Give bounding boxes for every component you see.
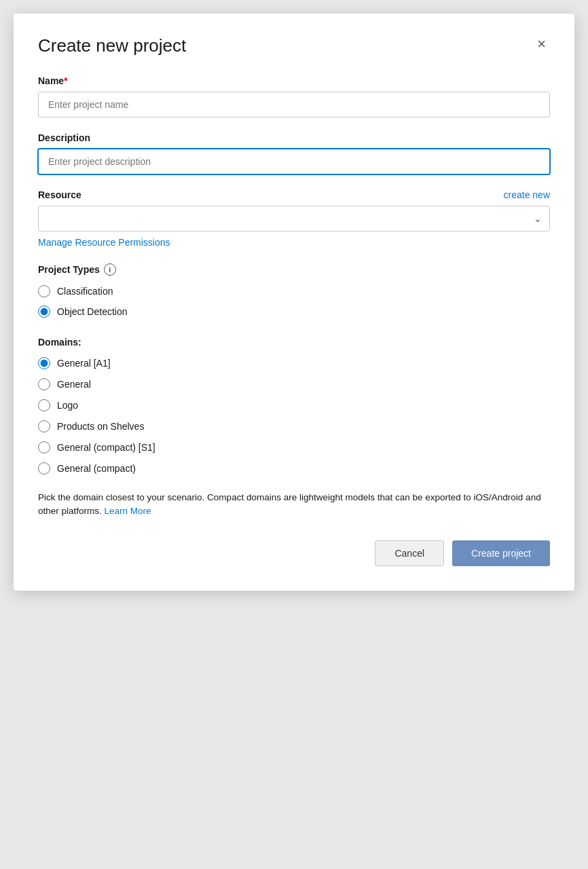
required-star: * (64, 75, 67, 86)
general-compact-s1-label: General (compact) [S1] (57, 442, 155, 453)
general-compact-s1-radio[interactable] (38, 441, 50, 454)
resource-header: Resource create new (38, 189, 550, 200)
dialog-footer: Cancel Create project (38, 540, 550, 566)
name-label: Name* (38, 75, 550, 86)
dialog-title: Create new project (38, 35, 186, 56)
domains-section: Domains: General [A1] General Logo Produ… (38, 337, 550, 475)
domain-general[interactable]: General (38, 378, 550, 390)
description-label: Description (38, 132, 550, 143)
description-input[interactable] (38, 149, 550, 174)
general-label: General (57, 379, 91, 390)
object-detection-radio[interactable] (38, 306, 50, 318)
general-compact-label: General (compact) (57, 463, 136, 474)
general-radio[interactable] (38, 378, 50, 390)
resource-field-group: Resource create new ⌄ Manage Resource Pe… (38, 189, 550, 248)
info-icon: i (104, 263, 116, 276)
logo-label: Logo (57, 400, 78, 411)
domain-general-compact-s1[interactable]: General (compact) [S1] (38, 441, 550, 454)
project-types-radio-group: Classification Object Detection (38, 285, 550, 318)
object-detection-label: Object Detection (57, 306, 128, 317)
project-type-object-detection[interactable]: Object Detection (38, 306, 550, 318)
close-button[interactable]: × (533, 35, 550, 53)
domain-products-on-shelves[interactable]: Products on Shelves (38, 420, 550, 432)
products-on-shelves-radio[interactable] (38, 420, 50, 432)
name-input[interactable] (38, 92, 550, 117)
create-new-link[interactable]: create new (504, 189, 550, 200)
domain-general-a1[interactable]: General [A1] (38, 357, 550, 369)
resource-select-wrapper: ⌄ (38, 206, 550, 232)
logo-radio[interactable] (38, 399, 50, 411)
domain-logo[interactable]: Logo (38, 399, 550, 411)
resource-label: Resource (38, 189, 81, 200)
classification-radio[interactable] (38, 285, 50, 297)
learn-more-link[interactable]: Learn More (105, 506, 151, 516)
cancel-button[interactable]: Cancel (375, 540, 444, 566)
general-a1-label: General [A1] (57, 358, 111, 369)
products-on-shelves-label: Products on Shelves (57, 421, 144, 432)
create-project-button[interactable]: Create project (452, 540, 550, 566)
description-field-group: Description (38, 132, 550, 174)
create-project-dialog: Create new project × Name* Description R… (14, 14, 574, 591)
general-a1-radio[interactable] (38, 357, 50, 369)
resource-select[interactable] (38, 206, 550, 232)
domains-label: Domains: (38, 337, 550, 348)
helper-text: Pick the domain closest to your scenario… (38, 491, 550, 519)
general-compact-radio[interactable] (38, 462, 50, 475)
dialog-overlay: Create new project × Name* Description R… (14, 14, 574, 591)
dialog-header: Create new project × (38, 35, 550, 56)
project-types-group: Project Types i Classification Object De… (38, 263, 550, 318)
project-types-label: Project Types i (38, 263, 550, 276)
classification-label: Classification (57, 286, 113, 297)
manage-resource-link[interactable]: Manage Resource Permissions (38, 237, 170, 248)
domain-general-compact[interactable]: General (compact) (38, 462, 550, 475)
domain-radio-group: General [A1] General Logo Products on Sh… (38, 357, 550, 475)
name-field-group: Name* (38, 75, 550, 117)
project-type-classification[interactable]: Classification (38, 285, 550, 297)
